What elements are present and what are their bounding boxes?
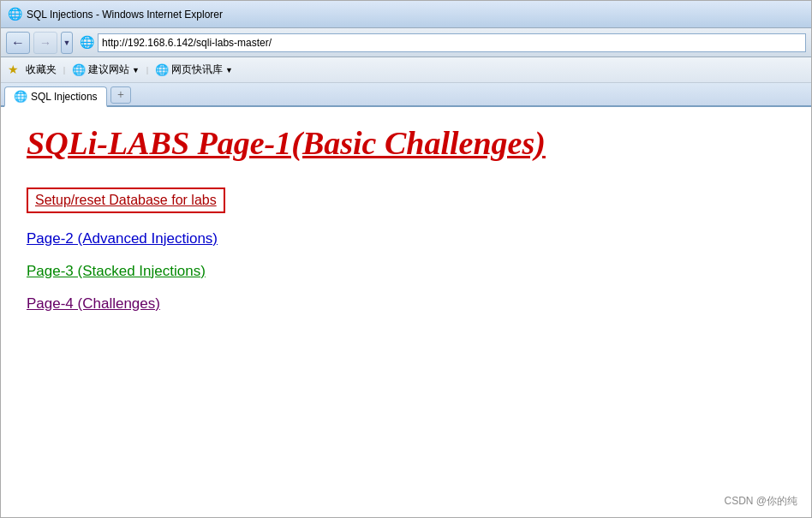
favorites-text: 收藏夹 [26, 63, 57, 77]
setup-link-box: Setup/reset Database for labs [27, 188, 225, 213]
browser-window: 🌐 SQL Injections - Windows Internet Expl… [0, 0, 812, 518]
page3-link[interactable]: Page-3 (Stacked Injections) [27, 263, 785, 280]
page4-link[interactable]: Page-4 (Challenges) [27, 295, 785, 313]
title-bar: 🌐 SQL Injections - Windows Internet Expl… [1, 1, 811, 28]
separator-1: | [63, 65, 65, 74]
setup-reset-link[interactable]: Setup/reset Database for labs [35, 193, 217, 207]
nav-dropdown-button[interactable]: ▼ [61, 32, 73, 54]
favorites-item-jianyiwangzhan[interactable]: 🌐 建议网站 ▼ [72, 63, 140, 77]
address-icon: 🌐 [80, 35, 94, 50]
jianyiwangzhan-icon: 🌐 [72, 63, 86, 76]
address-input[interactable] [98, 33, 806, 52]
favorites-star: ★ [8, 63, 19, 77]
address-bar-row: ← → ▼ 🌐 [1, 28, 811, 57]
tab-sql-injections[interactable]: 🌐 SQL Injections [4, 86, 107, 107]
tab-icon: 🌐 [14, 90, 27, 103]
kuaixunba-arrow: ▼ [225, 66, 233, 74]
separator-2: | [146, 65, 148, 74]
forward-button[interactable]: → [33, 32, 57, 54]
favorites-label[interactable]: 收藏夹 [26, 63, 57, 77]
kuaixunba-icon: 🌐 [155, 63, 169, 76]
watermark: CSDN @你的纯 [724, 494, 797, 509]
page-content: SQLi-LABS Page-1(Basic Challenges) Setup… [1, 107, 811, 517]
favorites-item-kuaixunba[interactable]: 🌐 网页快讯库 ▼ [155, 63, 233, 77]
jianyiwangzhan-label: 建议网站 [88, 63, 129, 77]
favorites-bar: ★ 收藏夹 | 🌐 建议网站 ▼ | 🌐 网页快讯库 ▼ [1, 57, 811, 83]
browser-icon: 🌐 [8, 8, 21, 21]
tab-label: SQL Injections [31, 91, 98, 103]
kuaixunba-label: 网页快讯库 [171, 63, 223, 77]
new-tab-button[interactable]: + [110, 86, 131, 104]
page-title: SQLi-LABS Page-1(Basic Challenges) [27, 124, 785, 162]
jianyiwangzhan-arrow: ▼ [132, 66, 140, 74]
back-button[interactable]: ← [6, 32, 30, 54]
title-bar-text: SQL Injections - Windows Internet Explor… [27, 9, 223, 21]
page2-link[interactable]: Page-2 (Advanced Injections) [27, 230, 785, 247]
tab-bar: 🌐 SQL Injections + [1, 83, 811, 107]
